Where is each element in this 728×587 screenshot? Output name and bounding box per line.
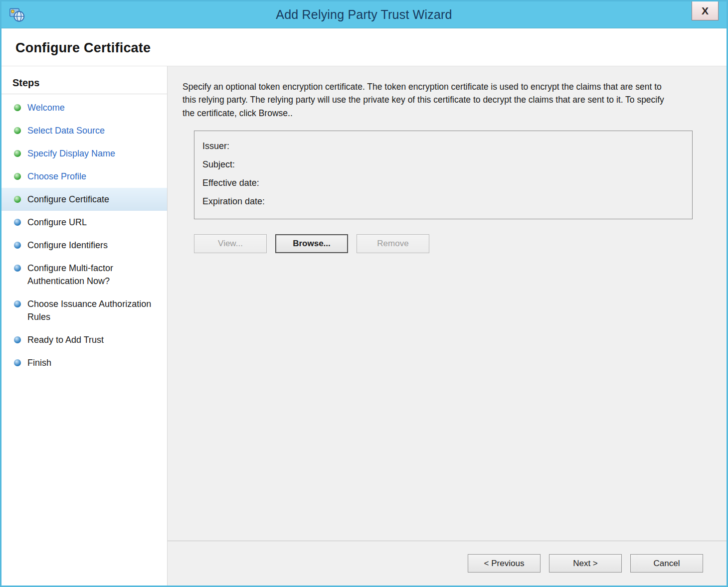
sidebar-item-configure-multi-factor-authentication-now: Configure Multi-factor Authentication No… [1, 257, 167, 293]
sidebar-item-ready-to-add-trust: Ready to Add Trust [1, 328, 167, 351]
steps-sidebar: Steps WelcomeSelect Data SourceSpecify D… [1, 66, 168, 586]
step-label: Ready to Add Trust [27, 333, 104, 346]
cancel-button[interactable]: Cancel [630, 554, 703, 573]
wizard-footer: < PreviousNext >Cancel [168, 541, 727, 586]
step-label[interactable]: Choose Profile [27, 170, 86, 183]
sidebar-item-choose-issuance-authorization-rules: Choose Issuance Authorization Rules [1, 293, 167, 328]
wizard-app-icon [8, 6, 25, 23]
titlebar: Add Relying Party Trust Wizard X [1, 1, 727, 28]
green-step-dot-icon [14, 104, 21, 111]
blue-step-dot-icon [14, 359, 21, 366]
close-button[interactable]: X [692, 1, 719, 20]
main-area: Steps WelcomeSelect Data SourceSpecify D… [1, 66, 727, 586]
view-button[interactable]: View... [194, 234, 267, 253]
step-label: Finish [27, 356, 51, 369]
step-label: Choose Issuance Authorization Rules [27, 297, 155, 323]
certificate-details-box: Issuer:Subject:Effective date:Expiration… [194, 131, 693, 219]
page-header: Configure Certificate [1, 28, 727, 66]
step-label[interactable]: Welcome [27, 101, 65, 114]
instructions-text: Specify an optional token encryption cer… [182, 80, 675, 120]
page-title: Configure Certificate [15, 40, 712, 56]
step-label: Configure Multi-factor Authentication No… [27, 262, 155, 288]
blue-step-dot-icon [14, 219, 21, 226]
certificate-fields: Issuer:Subject:Effective date:Expiration… [202, 137, 684, 211]
sidebar-item-finish: Finish [1, 351, 167, 374]
next-button[interactable]: Next > [549, 554, 622, 573]
certificate-field-row: Subject: [202, 155, 684, 174]
green-step-dot-icon [14, 127, 21, 134]
steps-heading: Steps [1, 74, 167, 94]
sidebar-item-welcome[interactable]: Welcome [1, 96, 167, 119]
content-column: Specify an optional token encryption cer… [168, 66, 727, 586]
blue-step-dot-icon [14, 300, 21, 307]
sidebar-item-specify-display-name[interactable]: Specify Display Name [1, 142, 167, 165]
certificate-field-row: Effective date: [202, 174, 684, 192]
blue-step-dot-icon [14, 265, 21, 272]
steps-list: WelcomeSelect Data SourceSpecify Display… [1, 96, 167, 374]
certificate-field-label: Issuer: [202, 141, 229, 151]
certificate-field-label: Expiration date: [202, 196, 265, 207]
step-label: Configure Identifiers [27, 239, 108, 252]
sidebar-item-configure-identifiers: Configure Identifiers [1, 234, 167, 257]
remove-button[interactable]: Remove [357, 234, 429, 253]
step-label: Configure Certificate [27, 193, 109, 206]
certificate-field-row: Expiration date: [202, 192, 684, 211]
green-step-dot-icon [14, 150, 21, 157]
sidebar-item-configure-certificate: Configure Certificate [1, 188, 167, 211]
certificate-field-label: Effective date: [202, 178, 259, 188]
blue-step-dot-icon [14, 336, 21, 343]
step-label: Configure URL [27, 216, 87, 229]
sidebar-item-configure-url: Configure URL [1, 211, 167, 234]
step-label[interactable]: Specify Display Name [27, 147, 115, 160]
green-step-dot-icon [14, 173, 21, 180]
browse-button[interactable]: Browse... [275, 234, 348, 253]
content-panel: Specify an optional token encryption cer… [168, 66, 727, 541]
certificate-field-label: Subject: [202, 159, 235, 170]
previous-button[interactable]: < Previous [468, 554, 541, 573]
sidebar-item-select-data-source[interactable]: Select Data Source [1, 119, 167, 142]
wizard-window: Add Relying Party Trust Wizard X Configu… [0, 0, 728, 587]
step-label[interactable]: Select Data Source [27, 124, 105, 137]
green-step-dot-icon [14, 196, 21, 203]
window-title: Add Relying Party Trust Wizard [1, 7, 727, 22]
certificate-field-row: Issuer: [202, 137, 684, 155]
sidebar-item-choose-profile[interactable]: Choose Profile [1, 165, 167, 188]
certificate-actions: View...Browse...Remove [194, 234, 697, 253]
blue-step-dot-icon [14, 242, 21, 249]
